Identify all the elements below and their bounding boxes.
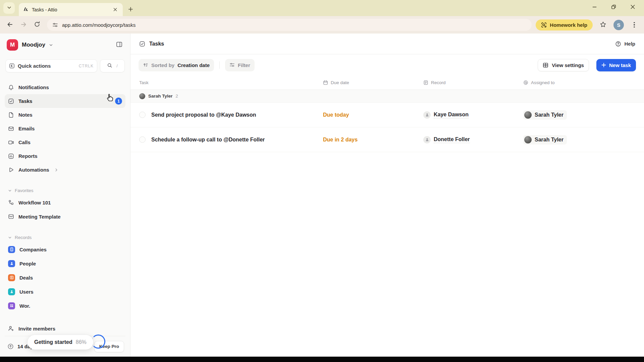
- view-settings-button[interactable]: View settings: [538, 59, 589, 71]
- task-checkbox[interactable]: [139, 112, 146, 118]
- column-header-task[interactable]: Task: [130, 76, 323, 89]
- search-shortcut: /: [116, 63, 118, 68]
- browser-tab[interactable]: Tasks - Attio: [19, 3, 123, 16]
- note-icon: [8, 112, 14, 118]
- attio-favicon: [23, 7, 29, 12]
- column-header-record[interactable]: Record: [423, 76, 523, 89]
- task-title[interactable]: Schedule a follow-up call to @Donette Fo…: [151, 137, 265, 143]
- quick-actions-button[interactable]: Quick actions CTRLK: [5, 59, 97, 72]
- getting-started-progress-ring: [91, 335, 105, 349]
- at-sign-icon: [523, 80, 528, 85]
- restore-button[interactable]: [611, 4, 616, 9]
- main-content: Tasks Help Sorted by Creation date Filte…: [130, 34, 644, 357]
- column-label: Task: [139, 80, 149, 85]
- browser-toolbar: app.attio.com/moodjoycorp/tasks Homework…: [0, 16, 644, 34]
- sidebar-item-workflow-101[interactable]: Workflow 101: [5, 195, 125, 209]
- task-checkbox[interactable]: [139, 136, 146, 143]
- sidebar-item-deals[interactable]: Deals: [5, 270, 125, 285]
- invite-members-button[interactable]: Invite members: [5, 321, 125, 336]
- table-header: Task Due date Record Assigned to: [130, 76, 644, 90]
- favorite-item-label: Workflow 101: [18, 200, 51, 205]
- workflow-icon: [8, 199, 14, 205]
- sidebar-item-people[interactable]: People: [5, 256, 125, 270]
- sidebar-item-label: Notifications: [18, 84, 49, 90]
- new-task-button[interactable]: New task: [596, 59, 636, 71]
- sidebar-item-calls[interactable]: Calls: [5, 135, 125, 149]
- play-icon: [8, 167, 14, 173]
- chevron-down-icon: [8, 236, 12, 239]
- sidebar-item-notifications[interactable]: Notifications: [5, 80, 125, 94]
- assignee-avatar: [524, 111, 532, 119]
- getting-started-pill[interactable]: Getting started 86%: [28, 335, 93, 350]
- sidebar-item-automations[interactable]: Automations: [5, 163, 125, 177]
- site-settings-icon[interactable]: [52, 22, 58, 28]
- calendar-icon: [323, 80, 328, 85]
- profile-initial: S: [617, 22, 620, 28]
- task-row[interactable]: Send project proposal to @Kaye Dawson Du…: [130, 103, 644, 127]
- record-chip[interactable]: Kaye Dawson: [423, 111, 469, 119]
- task-row[interactable]: Schedule a follow-up call to @Donette Fo…: [130, 127, 644, 152]
- template-icon: [8, 214, 14, 220]
- due-date-value[interactable]: Due today: [323, 112, 349, 118]
- homework-help-label: Homework help: [550, 22, 587, 28]
- group-row-sarah-tyler[interactable]: Sarah Tyler 2: [130, 90, 644, 103]
- new-tab-button[interactable]: [128, 7, 133, 13]
- invite-members-label: Invite members: [18, 326, 55, 331]
- sidebar-nav: Notifications Tasks 1 Notes Emails: [5, 80, 125, 177]
- workspace-switcher[interactable]: M Moodjoy: [5, 38, 125, 52]
- sidebar-item-notes[interactable]: Notes: [5, 108, 125, 122]
- url-text[interactable]: app.attio.com/moodjoycorp/tasks: [62, 22, 136, 28]
- person-plus-icon: [8, 325, 14, 331]
- favorite-item-label: Meeting Template: [18, 214, 61, 220]
- back-button[interactable]: [4, 19, 16, 31]
- url-bar[interactable]: app.attio.com/moodjoycorp/tasks: [47, 19, 532, 31]
- column-header-due-date[interactable]: Due date: [323, 76, 423, 89]
- favorites-section-header[interactable]: Favorites: [5, 185, 125, 195]
- tab-search-button[interactable]: [3, 2, 15, 14]
- record-chip[interactable]: Donette Foller: [423, 136, 470, 143]
- collapse-sidebar-button[interactable]: [114, 40, 124, 50]
- sidebar-item-tasks[interactable]: Tasks 1: [5, 94, 125, 108]
- screen: Tasks - Attio app.attio.com/moodjoycorp/…: [0, 0, 644, 362]
- browser-profile-avatar[interactable]: S: [613, 20, 624, 30]
- records-section-header[interactable]: Records: [5, 232, 125, 242]
- window-controls: [592, 4, 644, 12]
- reload-icon: [34, 21, 40, 28]
- task-title[interactable]: Send project proposal to @Kaye Dawson: [151, 112, 256, 118]
- sidebar-item-emails[interactable]: Emails: [5, 122, 125, 135]
- sidebar-item-companies[interactable]: Companies: [5, 242, 125, 256]
- browser-tabstrip: Tasks - Attio: [0, 0, 644, 16]
- toolbar-divider: [219, 61, 220, 69]
- forward-button[interactable]: [17, 19, 30, 31]
- sidebar-item-reports[interactable]: Reports: [5, 149, 125, 163]
- filter-button[interactable]: Filter: [225, 59, 255, 71]
- close-window-button[interactable]: [630, 4, 635, 9]
- page-title: Tasks: [149, 41, 164, 47]
- records-label: Records: [15, 235, 32, 240]
- sidebar-item-label: Automations: [18, 167, 49, 173]
- search-button[interactable]: /: [100, 59, 125, 72]
- assignee-name: Sarah Tyler: [535, 112, 564, 118]
- group-count: 2: [176, 94, 178, 99]
- sidebar-item-users[interactable]: Users: [5, 285, 125, 299]
- sidebar-item-workspaces[interactable]: Wor.: [5, 299, 125, 313]
- tab-close-button[interactable]: [111, 6, 119, 13]
- column-header-assigned-to[interactable]: Assigned to: [523, 76, 644, 89]
- reload-button[interactable]: [31, 19, 43, 31]
- table-icon: [543, 62, 548, 68]
- help-button[interactable]: Help: [615, 41, 635, 47]
- sidebar-item-meeting-template[interactable]: Meeting Template: [5, 209, 125, 224]
- assignee-chip[interactable]: Sarah Tyler: [523, 110, 567, 120]
- bottom-black-bar: [0, 357, 644, 362]
- chevron-down-icon: [7, 5, 11, 11]
- chevron-down-icon: [8, 189, 12, 192]
- sidebar-item-label: Emails: [18, 126, 35, 131]
- minimize-button[interactable]: [592, 4, 597, 9]
- due-date-value[interactable]: Due in 2 days: [323, 137, 358, 143]
- browser-menu-button[interactable]: [629, 19, 640, 31]
- sort-button[interactable]: Sorted by Creation date: [139, 59, 214, 71]
- homework-help-button[interactable]: Homework help: [536, 19, 593, 31]
- bookmark-star-button[interactable]: [597, 19, 609, 31]
- assignee-chip[interactable]: Sarah Tyler: [523, 135, 567, 144]
- quick-actions-label: Quick actions: [18, 63, 51, 69]
